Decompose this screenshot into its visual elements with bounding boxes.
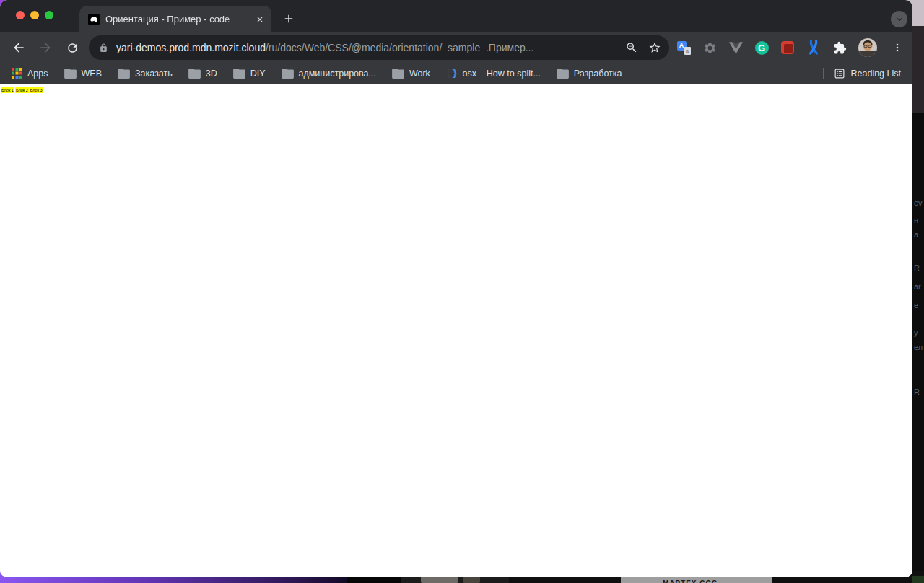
close-window-button[interactable] xyxy=(16,11,25,19)
folder-icon xyxy=(392,69,404,79)
reload-icon xyxy=(66,41,79,55)
sample-box: Блок 2 xyxy=(15,87,29,93)
bookmarks-bar: Apps WEB Заказать 3D DIY администрирова.… xyxy=(0,63,912,84)
reading-list-icon xyxy=(834,68,845,79)
clipped-text-fragment: а xyxy=(914,231,924,239)
bookmarks-separator xyxy=(823,68,824,79)
translate-extension-button[interactable]: A a xyxy=(676,40,691,55)
bookmark-label: администрирова... xyxy=(299,69,376,79)
kebab-menu-icon xyxy=(892,42,903,53)
folder-icon xyxy=(118,69,130,79)
folder-icon xyxy=(282,69,294,79)
grammarly-icon: G xyxy=(755,41,769,55)
grammarly-extension-button[interactable]: G xyxy=(754,40,769,55)
clipped-text-fragment: R xyxy=(914,264,924,272)
back-arrow-icon xyxy=(12,40,26,55)
browser-toolbar: yari-demos.prod.mdn.mozit.cloud/ru/docs/… xyxy=(0,32,912,63)
zoom-out-icon xyxy=(625,41,638,54)
forward-arrow-icon xyxy=(38,40,53,55)
ribbon-extension-button[interactable] xyxy=(806,40,821,55)
address-bar[interactable]: yari-demos.prod.mdn.mozit.cloud/ru/docs/… xyxy=(89,35,669,60)
browser-window: Ориентация - Пример - code xyxy=(0,0,912,577)
folder-icon xyxy=(188,69,201,79)
clipped-text-fragment: МАРТЕХ ССС xyxy=(663,579,772,583)
bookmark-folder-zakazat[interactable]: Заказать xyxy=(118,69,173,79)
right-strip-mid-segment xyxy=(912,26,924,113)
folder-icon xyxy=(557,69,569,79)
lock-icon[interactable] xyxy=(99,43,109,53)
bookmark-star-button[interactable] xyxy=(648,40,662,55)
bookmark-label: DIY xyxy=(250,69,266,79)
extensions-row: A a G xyxy=(676,38,906,57)
tab-title: Ориентация - Пример - code xyxy=(105,14,254,25)
bookmark-label: Разработка xyxy=(574,69,622,79)
background-window-right-strip: ev н а R ar е у ел R xyxy=(912,0,924,583)
apps-grid-icon xyxy=(12,68,22,79)
sample-flex-row: Блок 1 Блок 2 Блок 3 xyxy=(1,87,44,93)
red-extension-button[interactable] xyxy=(780,40,795,55)
bookmark-label: Apps xyxy=(27,69,48,79)
gear-extension-button[interactable] xyxy=(702,40,717,55)
tab-search-button[interactable] xyxy=(891,11,907,27)
bookmark-label: Work xyxy=(409,69,430,79)
bookmark-label: WEB xyxy=(82,69,102,79)
bookmark-folder-diy[interactable]: DIY xyxy=(233,69,266,79)
reading-list-label: Reading List xyxy=(851,69,902,79)
fullscreen-window-button[interactable] xyxy=(45,11,53,19)
clipped-text-fragment: R xyxy=(914,388,924,396)
avatar-photo xyxy=(858,38,877,57)
forward-button[interactable] xyxy=(35,38,56,58)
right-strip-light-segment xyxy=(912,0,924,26)
extensions-menu-button[interactable] xyxy=(832,40,847,55)
code-braces-icon: {} xyxy=(446,68,458,79)
clipped-text-fragment: н xyxy=(914,216,924,224)
sample-box: Блок 1 xyxy=(1,87,14,93)
bookmark-folder-admin[interactable]: администрирова... xyxy=(282,69,376,79)
window-controls xyxy=(16,11,53,19)
tab-strip: Ориентация - Пример - code xyxy=(0,0,912,32)
reload-button[interactable] xyxy=(62,38,82,58)
zoom-indicator-button[interactable] xyxy=(624,40,639,55)
clipped-text-fragment: е xyxy=(914,302,924,310)
url-domain: yari-demos.prod.mdn.mozit.cloud xyxy=(116,42,266,53)
bottom-green-sliver xyxy=(912,576,924,583)
vue-logo-icon xyxy=(729,42,743,54)
profile-avatar[interactable] xyxy=(858,38,877,57)
reading-list-button[interactable]: Reading List xyxy=(834,68,902,79)
star-icon xyxy=(648,41,661,54)
clipped-text-fragment: ar xyxy=(914,283,924,291)
blue-ribbon-icon xyxy=(807,40,820,55)
sample-box: Блок 3 xyxy=(30,87,43,93)
page-viewport: Блок 1 Блок 2 Блок 3 xyxy=(0,84,912,577)
gear-icon xyxy=(703,41,717,55)
bookmark-folder-razrabotka[interactable]: Разработка xyxy=(557,69,622,79)
clipped-text-fragment: у xyxy=(914,329,924,337)
minimize-window-button[interactable] xyxy=(30,11,39,19)
folder-icon xyxy=(64,69,77,79)
clipped-text-fragment: ev xyxy=(914,199,924,207)
new-tab-button[interactable] xyxy=(280,10,297,27)
browser-tab[interactable]: Ориентация - Пример - code xyxy=(79,6,271,32)
bookmark-label: osx – How to split... xyxy=(462,69,540,79)
puzzle-piece-icon xyxy=(833,41,847,55)
red-extension-icon xyxy=(781,41,794,54)
bookmark-apps[interactable]: Apps xyxy=(12,68,48,79)
clipped-text-fragment: ел xyxy=(914,343,924,351)
back-button[interactable] xyxy=(9,38,29,58)
tab-close-icon[interactable] xyxy=(254,14,266,25)
chevron-down-icon xyxy=(894,14,905,25)
bookmark-folder-work[interactable]: Work xyxy=(392,69,430,79)
bookmark-label: Заказать xyxy=(135,69,173,79)
url-path: /ru/docs/Web/CSS/@media/orientation/_sam… xyxy=(266,42,533,53)
browser-menu-button[interactable] xyxy=(889,39,906,56)
folder-icon xyxy=(233,69,245,79)
url-text: yari-demos.prod.mdn.mozit.cloud/ru/docs/… xyxy=(116,42,616,53)
vue-devtools-extension-button[interactable] xyxy=(728,40,743,55)
bookmark-label: 3D xyxy=(206,69,217,79)
bookmark-osx-split[interactable]: {} osx – How to split... xyxy=(446,68,541,79)
bookmark-folder-web[interactable]: WEB xyxy=(64,69,102,79)
bookmark-folder-3d[interactable]: 3D xyxy=(188,69,217,79)
google-translate-icon: A a xyxy=(677,41,691,55)
mdn-favicon-icon xyxy=(88,14,100,25)
